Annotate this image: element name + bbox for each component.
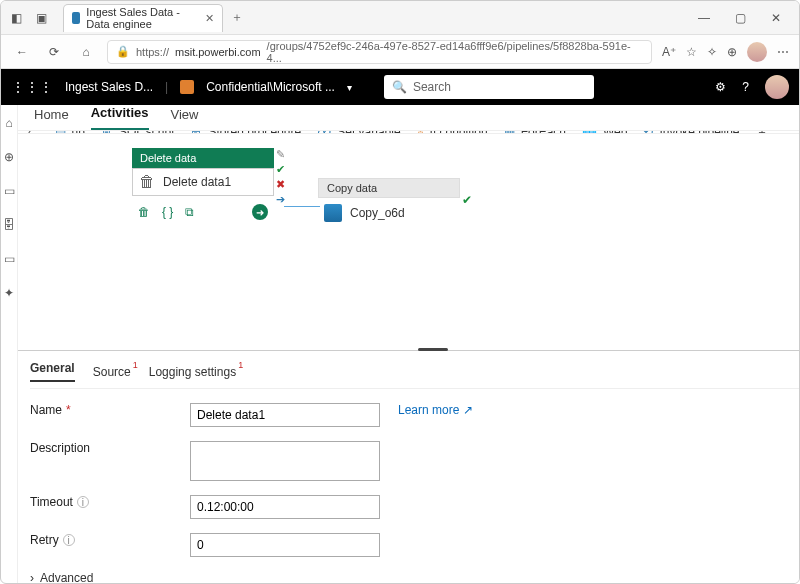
profile-icon[interactable]: ◧ xyxy=(11,11,22,25)
input-name[interactable] xyxy=(190,403,380,427)
close-window-button[interactable]: ✕ xyxy=(759,4,793,32)
input-retry[interactable] xyxy=(190,533,380,557)
lock-icon: 🔒 xyxy=(116,45,130,58)
input-timeout[interactable] xyxy=(190,495,380,519)
close-tab-icon[interactable]: ✕ xyxy=(205,12,214,25)
edit-icon[interactable]: ✎ xyxy=(276,148,285,161)
required-badge: 1 xyxy=(133,360,138,370)
success-output-icon[interactable]: ✔ xyxy=(276,163,285,176)
tab-view[interactable]: View xyxy=(171,107,199,130)
tab-activities[interactable]: Activities xyxy=(91,105,149,130)
maximize-button[interactable]: ▢ xyxy=(723,4,757,32)
global-search[interactable]: 🔍 Search xyxy=(384,75,594,99)
rail-browse-icon[interactable]: ▭ xyxy=(1,183,17,199)
new-tab-button[interactable]: ＋ xyxy=(231,9,243,26)
external-link-icon: ↗ xyxy=(463,403,473,417)
rail-datahub-icon[interactable]: 🗄 xyxy=(1,217,17,233)
rail-create-icon[interactable]: ⊕ xyxy=(1,149,17,165)
label-name: Name* xyxy=(30,403,180,417)
delete-action-icon[interactable]: 🗑 xyxy=(138,205,150,219)
more-icon[interactable]: ⋯ xyxy=(777,45,789,59)
pipeline-canvas[interactable]: Delete data 🗑 Delete data1 🗑 { } ⧉ ➜ ✎ ✔ xyxy=(18,134,800,350)
learn-more-link[interactable]: Learn more↗ xyxy=(398,403,473,417)
canvas-wrap: Delete data 🗑 Delete data1 🗑 { } ⧉ ➜ ✎ ✔ xyxy=(18,134,800,350)
activity-status-icons: ✎ ✔ ✖ ➔ xyxy=(276,148,285,206)
refresh-button[interactable]: ⟳ xyxy=(43,45,65,59)
code-action-icon[interactable]: { } xyxy=(162,205,173,219)
input-description[interactable] xyxy=(190,441,380,481)
properties-panel: General Source1 Logging settings1 ⌃ Name… xyxy=(18,350,800,584)
left-rail: ⌂ ⊕ ▭ 🗄 ▭ ✦ xyxy=(1,105,18,584)
activity-delete-data[interactable]: Delete data 🗑 Delete data1 🗑 { } ⧉ ➜ xyxy=(132,148,274,196)
favorite-icon[interactable]: ☆ xyxy=(686,45,697,59)
run-action-icon[interactable]: ➜ xyxy=(252,204,268,220)
activity-label: Copy_o6d xyxy=(350,206,405,220)
favicon-icon xyxy=(72,12,80,24)
properties-tabs: General Source1 Logging settings1 ⌃ xyxy=(30,361,800,389)
url-path: /groups/4752ef9c-246a-497e-8527-ed14a6ff… xyxy=(267,40,643,64)
info-icon[interactable]: i xyxy=(77,496,89,508)
main-area: Home Activities View ‹ ▤up 🗎SQL script 🗄… xyxy=(18,105,800,584)
search-placeholder: Search xyxy=(413,80,451,94)
browser-avatar[interactable] xyxy=(747,42,767,62)
activity-header: Delete data xyxy=(132,148,274,168)
rail-home-icon[interactable]: ⌂ xyxy=(1,115,17,131)
connector-line xyxy=(284,206,320,207)
url-prefix: https:// xyxy=(136,46,169,58)
settings-icon[interactable]: ⚙ xyxy=(715,80,726,94)
advanced-toggle[interactable]: › Advanced xyxy=(30,571,800,584)
copy-data-icon xyxy=(324,204,342,222)
required-badge: 1 xyxy=(238,360,243,370)
tabs-icon[interactable]: ▣ xyxy=(36,11,47,25)
trash-icon: 🗑 xyxy=(139,173,155,191)
rail-monitor-icon[interactable]: ▭ xyxy=(1,251,17,267)
success-output-icon[interactable]: ✔ xyxy=(462,193,472,207)
tab-home[interactable]: Home xyxy=(34,107,69,130)
sensitivity-label[interactable]: Confidential\Microsoft ... xyxy=(206,80,335,94)
label-retry: Retryi xyxy=(30,533,180,547)
chevron-down-icon[interactable]: ▾ xyxy=(347,82,352,93)
fail-output-icon[interactable]: ✖ xyxy=(276,178,285,191)
activity-header: Copy data xyxy=(318,178,460,198)
tab-general[interactable]: General xyxy=(30,361,75,382)
search-icon: 🔍 xyxy=(392,80,407,94)
shield-icon xyxy=(180,80,194,94)
completion-output-icon[interactable]: ➔ xyxy=(276,193,285,206)
tab-logging-settings[interactable]: Logging settings1 xyxy=(149,365,236,379)
copy-action-icon[interactable]: ⧉ xyxy=(185,205,194,219)
panel-resize-handle[interactable] xyxy=(418,348,448,351)
url-input[interactable]: 🔒 https://msit.powerbi.com/groups/4752ef… xyxy=(107,40,652,64)
user-avatar[interactable] xyxy=(765,75,789,99)
browser-addressbar: ← ⟳ ⌂ 🔒 https://msit.powerbi.com/groups/… xyxy=(1,35,799,69)
help-icon[interactable]: ? xyxy=(742,80,749,94)
content-area: ⌂ ⊕ ▭ 🗄 ▭ ✦ Home Activities View ‹ ▤up 🗎… xyxy=(1,105,799,584)
tab-title: Ingest Sales Data - Data enginee xyxy=(86,6,199,30)
chevron-right-icon: › xyxy=(30,571,34,584)
label-description: Description xyxy=(30,441,180,455)
back-button[interactable]: ← xyxy=(11,45,33,59)
label-timeout: Timeouti xyxy=(30,495,180,509)
favorites-list-icon[interactable]: ✧ xyxy=(707,45,717,59)
browser-tab[interactable]: Ingest Sales Data - Data enginee ✕ xyxy=(63,4,223,32)
app-topbar: ⋮⋮⋮ Ingest Sales D... | Confidential\Mic… xyxy=(1,69,799,105)
minimize-button[interactable]: — xyxy=(687,4,721,32)
tab-source[interactable]: Source1 xyxy=(93,365,131,379)
reader-icon[interactable]: A⁺ xyxy=(662,45,676,59)
collections-icon[interactable]: ⊕ xyxy=(727,45,737,59)
url-host: msit.powerbi.com xyxy=(175,46,261,58)
browser-titlebar: ◧ ▣ Ingest Sales Data - Data enginee ✕ ＋… xyxy=(1,1,799,35)
activity-copy-data[interactable]: Copy data Copy_o6d xyxy=(318,178,460,228)
activity-label: Delete data1 xyxy=(163,175,231,189)
rail-workspaces-icon[interactable]: ✦ xyxy=(1,285,17,301)
workspace-name[interactable]: Ingest Sales D... xyxy=(65,80,153,94)
app-launcher-icon[interactable]: ⋮⋮⋮ xyxy=(11,79,53,95)
page-tabs: Home Activities View xyxy=(18,105,800,131)
info-icon[interactable]: i xyxy=(63,534,75,546)
home-button[interactable]: ⌂ xyxy=(75,45,97,59)
